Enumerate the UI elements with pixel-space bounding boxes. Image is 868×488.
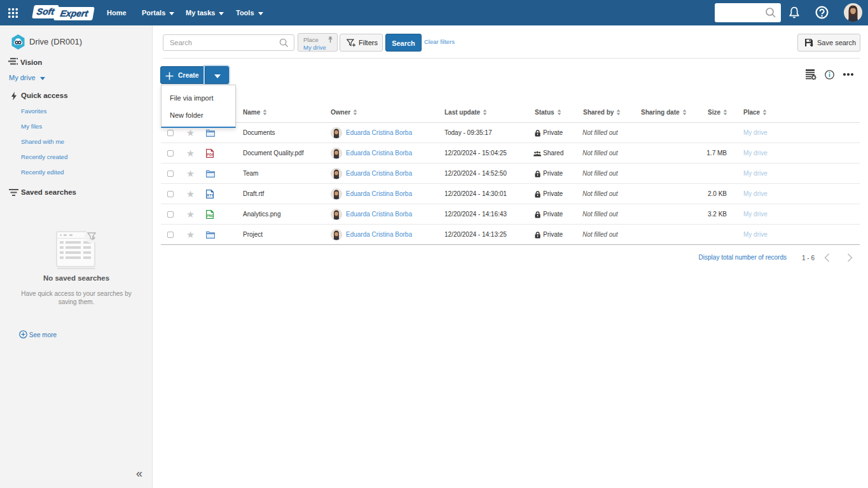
svg-text:RTF: RTF — [207, 193, 214, 197]
svg-text:PNG: PNG — [207, 214, 214, 218]
svg-text:PDF: PDF — [207, 153, 214, 157]
